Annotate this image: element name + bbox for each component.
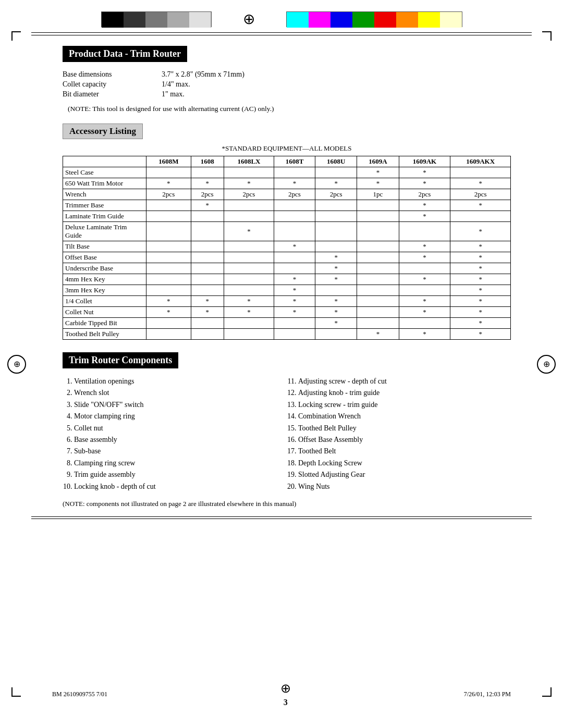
list-item: Base assembly: [74, 434, 287, 446]
side-compass-right: ⊕: [537, 355, 556, 374]
list-item: Clamping ring screw: [74, 458, 287, 469]
table-cell-value: *: [450, 241, 511, 252]
table-cell-value: [146, 211, 191, 222]
table-cell-value: 2pcs: [224, 189, 274, 200]
product-data-title: Product Data - Trim Router: [63, 46, 187, 62]
table-cell-value: *: [274, 285, 315, 296]
table-row: Laminate Trim Guide*: [63, 211, 511, 222]
table-cell-value: *: [274, 307, 315, 318]
field-label-collet: Collet capacity: [63, 80, 162, 89]
field-label-bit: Bit diameter: [63, 90, 162, 98]
table-cell-value: *: [357, 178, 399, 189]
table-row: Offset Base***: [63, 252, 511, 263]
col-header-1608m: 1608M: [146, 156, 191, 167]
table-row: Deluxe Laminate Trim Guide**: [63, 222, 511, 241]
table-cell-value: *: [357, 329, 399, 340]
table-cell-value: [274, 318, 315, 329]
table-cell-value: [274, 211, 315, 222]
footer-center: ⊕ 3: [280, 681, 291, 707]
table-cell-value: [224, 211, 274, 222]
list-item: Wrench slot: [74, 387, 287, 399]
table-cell-item: 650 Watt Trim Motor: [63, 178, 146, 189]
table-cell-value: [357, 222, 399, 241]
table-cell-value: [399, 285, 450, 296]
table-cell-value: [191, 241, 224, 252]
table-cell-value: *: [315, 307, 357, 318]
table-cell-value: [274, 167, 315, 178]
footer-compass: ⊕: [280, 681, 291, 696]
table-cell-value: [357, 318, 399, 329]
std-equipment-label: *STANDARD EQUIPMENT—ALL MODELS: [63, 144, 511, 153]
field-value-collet: 1/4" max.: [162, 80, 511, 89]
table-cell-value: *: [399, 211, 450, 222]
table-cell-value: [191, 211, 224, 222]
table-cell-value: *: [399, 329, 450, 340]
table-cell-value: [274, 200, 315, 211]
table-cell-value: [357, 200, 399, 211]
side-compass-left: ⊕: [7, 355, 26, 374]
table-cell-value: *: [357, 167, 399, 178]
corner-mark-tr: [542, 31, 552, 41]
table-cell-value: [357, 274, 399, 285]
table-cell-value: [146, 241, 191, 252]
table-cell-value: *: [274, 296, 315, 307]
table-cell-value: [315, 222, 357, 241]
table-cell-value: *: [399, 296, 450, 307]
table-cell-item: Deluxe Laminate Trim Guide: [63, 222, 146, 241]
table-cell-value: *: [399, 178, 450, 189]
table-cell-value: [357, 252, 399, 263]
table-cell-item: Underscribe Base: [63, 263, 146, 274]
table-cell-value: [315, 329, 357, 340]
compass-top-center: ⊕: [243, 12, 255, 27]
table-cell-value: [224, 200, 274, 211]
col-header-1608u: 1608U: [315, 156, 357, 167]
table-cell-value: *: [191, 178, 224, 189]
list-item: Sub-base: [74, 446, 287, 457]
col-header-item: [63, 156, 146, 167]
table-cell-value: [146, 329, 191, 340]
table-cell-value: [315, 241, 357, 252]
list-item: Toothed Belt Pulley: [298, 423, 511, 434]
table-cell-value: *: [224, 307, 274, 318]
table-cell-value: [274, 329, 315, 340]
table-cell-value: *: [450, 307, 511, 318]
field-label-base: Base dimensions: [63, 70, 162, 79]
table-cell-value: *: [146, 307, 191, 318]
table-cell-value: 2pcs: [274, 189, 315, 200]
table-cell-value: 2pcs: [191, 189, 224, 200]
table-cell-value: *: [274, 241, 315, 252]
table-cell-value: *: [450, 296, 511, 307]
table-cell-value: [315, 200, 357, 211]
table-cell-value: *: [191, 200, 224, 211]
table-cell-item: 4mm Hex Key: [63, 274, 146, 285]
accessory-title: Accessory Listing: [63, 124, 143, 139]
table-cell-value: [224, 274, 274, 285]
table-cell-value: [450, 211, 511, 222]
table-cell-value: [357, 241, 399, 252]
table-cell-value: [191, 252, 224, 263]
table-cell-value: *: [450, 318, 511, 329]
table-cell-value: *: [191, 307, 224, 318]
table-cell-value: [274, 252, 315, 263]
table-cell-value: [146, 167, 191, 178]
footer-page-num: 3: [284, 698, 288, 707]
field-value-bit: 1" max.: [162, 90, 511, 98]
table-cell-value: [146, 274, 191, 285]
table-cell-item: Offset Base: [63, 252, 146, 263]
table-cell-value: [224, 241, 274, 252]
table-cell-value: *: [315, 178, 357, 189]
corner-mark-tl: [11, 31, 21, 41]
col-header-1608t: 1608T: [274, 156, 315, 167]
components-right-col: Adjusting screw - depth of cutAdjusting …: [287, 376, 511, 492]
table-cell-item: Laminate Trim Guide: [63, 211, 146, 222]
product-note: (NOTE: This tool is designed for use wit…: [68, 105, 511, 113]
table-cell-value: *: [146, 296, 191, 307]
table-cell-value: 2pcs: [399, 189, 450, 200]
table-cell-value: *: [146, 178, 191, 189]
table-cell-value: *: [399, 167, 450, 178]
table-row: 1/4 Collet*******: [63, 296, 511, 307]
table-cell-value: *: [315, 263, 357, 274]
product-data-fields: Base dimensions 3.7" x 2.8" (95mm x 71mm…: [63, 70, 511, 98]
table-cell-value: 1pc: [357, 189, 399, 200]
table-cell-value: [191, 318, 224, 329]
